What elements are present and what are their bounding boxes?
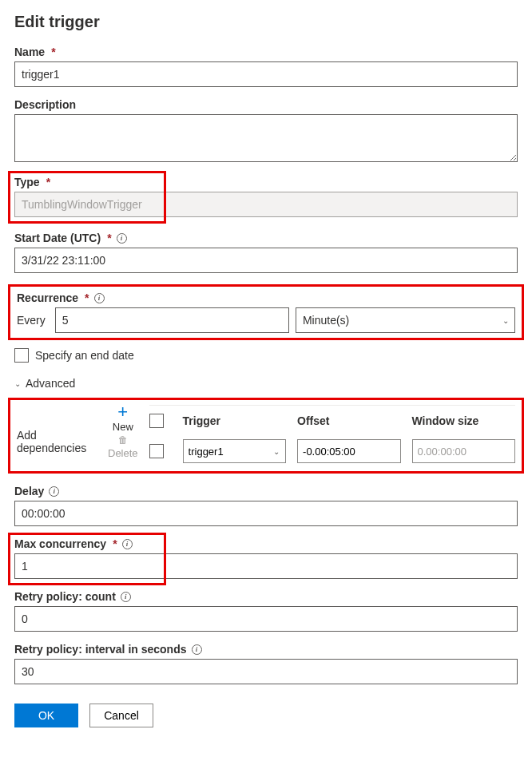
description-label: Description xyxy=(14,98,518,111)
dep-window-input[interactable] xyxy=(412,439,515,463)
dependencies-header: Trigger Offset Window size xyxy=(149,410,515,436)
start-date-label: Start Date (UTC)* i xyxy=(14,232,518,244)
new-button[interactable]: New xyxy=(113,421,133,433)
type-input xyxy=(14,192,518,217)
every-input[interactable] xyxy=(55,307,289,333)
recurrence-unit-wrap: Minute(s) ⌄ xyxy=(296,307,515,333)
dep-trigger-wrap: trigger1 ⌄ xyxy=(183,439,286,463)
retry-interval-input[interactable] xyxy=(14,659,518,684)
plus-icon[interactable]: + xyxy=(117,405,128,419)
info-icon[interactable]: i xyxy=(117,233,127,244)
end-date-label: Specify an end date xyxy=(35,349,134,362)
max-concurrency-field: Max concurrency* i xyxy=(14,537,518,579)
description-field: Description xyxy=(14,98,518,164)
name-field: Name* xyxy=(14,46,518,87)
footer: OK Cancel xyxy=(14,704,518,727)
advanced-toggle[interactable]: ⌄ Advanced xyxy=(14,377,518,390)
recurrence-unit-select[interactable]: Minute(s) xyxy=(296,307,515,333)
delay-input[interactable] xyxy=(14,501,518,526)
dependencies-section: Add dependencies + New 🗑 Delete Trigger … xyxy=(17,405,515,466)
name-input[interactable] xyxy=(14,61,518,87)
retry-interval-label: Retry policy: interval in seconds i xyxy=(14,643,518,656)
page-title: Edit trigger xyxy=(14,13,518,31)
info-icon[interactable]: i xyxy=(122,539,133,549)
recurrence-label: Recurrence* i xyxy=(17,291,515,304)
max-concurrency-input[interactable] xyxy=(14,553,518,579)
delay-label: Delay i xyxy=(14,485,518,497)
dependencies-highlight: Add dependencies + New 🗑 Delete Trigger … xyxy=(8,398,524,474)
retry-count-label: Retry policy: count i xyxy=(14,590,518,603)
trash-icon: 🗑 xyxy=(118,434,128,446)
type-field: Type* xyxy=(14,176,518,217)
info-icon[interactable]: i xyxy=(192,644,202,655)
recurrence-row: Every Minute(s) ⌄ xyxy=(17,307,515,333)
dep-offset-input[interactable] xyxy=(297,439,400,463)
max-concurrency-label: Max concurrency* i xyxy=(14,537,518,550)
dependencies-table: Trigger Offset Window size trigger1 ⌄ xyxy=(149,405,515,466)
dependencies-label: Add dependencies xyxy=(17,405,97,466)
table-row: trigger1 ⌄ xyxy=(149,436,515,466)
col-offset: Offset xyxy=(297,414,400,427)
end-date-checkbox[interactable] xyxy=(14,348,29,363)
every-label: Every xyxy=(17,314,46,327)
col-window: Window size xyxy=(412,414,515,427)
dep-trigger-select[interactable]: trigger1 xyxy=(183,439,286,463)
end-date-row: Specify an end date xyxy=(14,348,518,363)
ok-button[interactable]: OK xyxy=(14,704,78,727)
info-icon[interactable]: i xyxy=(94,293,105,303)
start-date-field: Start Date (UTC)* i xyxy=(14,232,518,273)
retry-count-input[interactable] xyxy=(14,606,518,632)
retry-interval-field: Retry policy: interval in seconds i xyxy=(14,643,518,684)
info-icon[interactable]: i xyxy=(121,592,131,602)
delete-button: Delete xyxy=(108,447,138,459)
info-icon[interactable]: i xyxy=(49,486,59,497)
type-label: Type* xyxy=(14,176,518,188)
chevron-down-icon: ⌄ xyxy=(14,379,21,388)
cancel-button[interactable]: Cancel xyxy=(89,704,153,727)
delay-field: Delay i xyxy=(14,485,518,526)
retry-count-field: Retry policy: count i xyxy=(14,590,518,632)
description-input[interactable] xyxy=(14,114,518,162)
row-checkbox[interactable] xyxy=(149,444,164,458)
start-date-input[interactable] xyxy=(14,248,518,273)
col-trigger: Trigger xyxy=(183,414,286,427)
name-label: Name* xyxy=(14,46,518,58)
select-all-checkbox[interactable] xyxy=(149,414,164,428)
recurrence-highlight: Recurrence* i Every Minute(s) ⌄ xyxy=(8,284,524,340)
dependencies-actions: + New 🗑 Delete xyxy=(108,405,138,466)
